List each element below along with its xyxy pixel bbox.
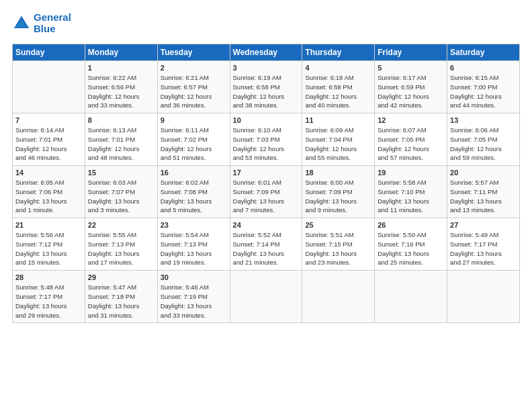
day-cell: 9Sunrise: 6:11 AMSunset: 7:02 PMDaylight… bbox=[157, 113, 230, 166]
day-info: Sunrise: 5:54 AMSunset: 7:13 PMDaylight:… bbox=[161, 230, 227, 267]
day-info: Sunrise: 6:15 AMSunset: 7:00 PMDaylight:… bbox=[450, 73, 517, 110]
week-row-1: 1Sunrise: 6:22 AMSunset: 6:56 PMDaylight… bbox=[13, 61, 520, 113]
header-cell-friday: Friday bbox=[375, 44, 447, 61]
day-number: 13 bbox=[450, 116, 517, 124]
day-cell: 6Sunrise: 6:15 AMSunset: 7:00 PMDaylight… bbox=[447, 61, 520, 113]
day-info: Sunrise: 6:02 AMSunset: 7:08 PMDaylight:… bbox=[161, 178, 227, 215]
calendar-table: SundayMondayTuesdayWednesdayThursdayFrid… bbox=[12, 44, 520, 323]
day-info: Sunrise: 6:10 AMSunset: 7:03 PMDaylight:… bbox=[233, 126, 300, 163]
day-info: Sunrise: 5:46 AMSunset: 7:19 PMDaylight:… bbox=[161, 283, 227, 320]
day-info: Sunrise: 6:09 AMSunset: 7:04 PMDaylight:… bbox=[305, 126, 371, 163]
week-row-4: 21Sunrise: 5:56 AMSunset: 7:12 PMDayligh… bbox=[13, 218, 520, 271]
day-cell: 22Sunrise: 5:55 AMSunset: 7:13 PMDayligh… bbox=[85, 218, 157, 271]
day-info: Sunrise: 5:57 AMSunset: 7:11 PMDaylight:… bbox=[450, 178, 517, 215]
day-number: 30 bbox=[161, 273, 227, 281]
day-number: 16 bbox=[161, 169, 227, 177]
day-number: 4 bbox=[305, 64, 371, 72]
logo: General Blue bbox=[12, 12, 71, 34]
day-info: Sunrise: 6:11 AMSunset: 7:02 PMDaylight:… bbox=[161, 126, 227, 163]
day-cell: 2Sunrise: 6:21 AMSunset: 6:57 PMDaylight… bbox=[157, 61, 230, 113]
day-cell: 15Sunrise: 6:03 AMSunset: 7:07 PMDayligh… bbox=[85, 166, 157, 218]
day-info: Sunrise: 6:13 AMSunset: 7:01 PMDaylight:… bbox=[88, 126, 154, 163]
day-info: Sunrise: 6:06 AMSunset: 7:05 PMDaylight:… bbox=[450, 126, 517, 163]
day-cell: 8Sunrise: 6:13 AMSunset: 7:01 PMDaylight… bbox=[85, 113, 157, 166]
day-number: 23 bbox=[161, 221, 227, 229]
day-number: 20 bbox=[450, 169, 517, 177]
day-cell: 29Sunrise: 5:47 AMSunset: 7:18 PMDayligh… bbox=[85, 271, 157, 323]
day-info: Sunrise: 6:21 AMSunset: 6:57 PMDaylight:… bbox=[161, 73, 227, 110]
day-cell: 27Sunrise: 5:49 AMSunset: 7:17 PMDayligh… bbox=[447, 218, 520, 271]
day-cell: 28Sunrise: 5:48 AMSunset: 7:17 PMDayligh… bbox=[13, 271, 85, 323]
header-cell-wednesday: Wednesday bbox=[230, 44, 302, 61]
day-cell bbox=[302, 271, 375, 323]
day-info: Sunrise: 6:00 AMSunset: 7:09 PMDaylight:… bbox=[305, 178, 371, 215]
day-cell: 23Sunrise: 5:54 AMSunset: 7:13 PMDayligh… bbox=[157, 218, 230, 271]
day-info: Sunrise: 5:52 AMSunset: 7:14 PMDaylight:… bbox=[233, 230, 300, 267]
day-info: Sunrise: 6:17 AMSunset: 6:59 PMDaylight:… bbox=[378, 73, 444, 110]
day-info: Sunrise: 6:22 AMSunset: 6:56 PMDaylight:… bbox=[88, 73, 154, 110]
day-cell: 25Sunrise: 5:51 AMSunset: 7:15 PMDayligh… bbox=[302, 218, 375, 271]
day-number: 11 bbox=[305, 116, 371, 124]
day-cell: 3Sunrise: 6:19 AMSunset: 6:58 PMDaylight… bbox=[230, 61, 302, 113]
header-cell-monday: Monday bbox=[85, 44, 157, 61]
day-number: 21 bbox=[15, 221, 82, 229]
day-number: 25 bbox=[305, 221, 371, 229]
logo-text: General Blue bbox=[34, 12, 71, 34]
header-cell-tuesday: Tuesday bbox=[157, 44, 230, 61]
day-info: Sunrise: 5:51 AMSunset: 7:15 PMDaylight:… bbox=[305, 230, 371, 267]
day-cell bbox=[13, 61, 85, 113]
header-row: SundayMondayTuesdayWednesdayThursdayFrid… bbox=[13, 44, 520, 61]
day-cell: 24Sunrise: 5:52 AMSunset: 7:14 PMDayligh… bbox=[230, 218, 302, 271]
day-info: Sunrise: 5:48 AMSunset: 7:17 PMDaylight:… bbox=[15, 283, 82, 320]
day-number: 1 bbox=[88, 64, 154, 72]
day-number: 6 bbox=[450, 64, 517, 72]
day-cell: 4Sunrise: 6:18 AMSunset: 6:58 PMDaylight… bbox=[302, 61, 375, 113]
day-info: Sunrise: 6:19 AMSunset: 6:58 PMDaylight:… bbox=[233, 73, 300, 110]
header-cell-sunday: Sunday bbox=[13, 44, 85, 61]
header-cell-saturday: Saturday bbox=[447, 44, 520, 61]
day-number: 27 bbox=[450, 221, 517, 229]
day-number: 14 bbox=[15, 169, 82, 177]
day-number: 8 bbox=[88, 116, 154, 124]
week-row-5: 28Sunrise: 5:48 AMSunset: 7:17 PMDayligh… bbox=[13, 271, 520, 323]
day-number: 15 bbox=[88, 169, 154, 177]
day-number: 2 bbox=[161, 64, 227, 72]
day-cell: 7Sunrise: 6:14 AMSunset: 7:01 PMDaylight… bbox=[13, 113, 85, 166]
day-number: 3 bbox=[233, 64, 300, 72]
day-cell: 12Sunrise: 6:07 AMSunset: 7:05 PMDayligh… bbox=[375, 113, 447, 166]
day-cell: 17Sunrise: 6:01 AMSunset: 7:09 PMDayligh… bbox=[230, 166, 302, 218]
day-info: Sunrise: 6:18 AMSunset: 6:58 PMDaylight:… bbox=[305, 73, 371, 110]
day-cell bbox=[447, 271, 520, 323]
day-info: Sunrise: 6:07 AMSunset: 7:05 PMDaylight:… bbox=[378, 126, 444, 163]
day-number: 28 bbox=[15, 273, 82, 281]
header: General Blue bbox=[12, 12, 520, 34]
day-number: 10 bbox=[233, 116, 300, 124]
day-number: 17 bbox=[233, 169, 300, 177]
day-info: Sunrise: 6:05 AMSunset: 7:06 PMDaylight:… bbox=[15, 178, 82, 215]
day-cell: 11Sunrise: 6:09 AMSunset: 7:04 PMDayligh… bbox=[302, 113, 375, 166]
day-cell bbox=[230, 271, 302, 323]
day-number: 9 bbox=[161, 116, 227, 124]
day-info: Sunrise: 6:01 AMSunset: 7:09 PMDaylight:… bbox=[233, 178, 300, 215]
logo-icon bbox=[12, 14, 31, 33]
day-number: 19 bbox=[378, 169, 444, 177]
day-info: Sunrise: 6:14 AMSunset: 7:01 PMDaylight:… bbox=[15, 126, 82, 163]
day-cell: 26Sunrise: 5:50 AMSunset: 7:16 PMDayligh… bbox=[375, 218, 447, 271]
day-number: 7 bbox=[15, 116, 82, 124]
day-cell: 18Sunrise: 6:00 AMSunset: 7:09 PMDayligh… bbox=[302, 166, 375, 218]
day-cell: 13Sunrise: 6:06 AMSunset: 7:05 PMDayligh… bbox=[447, 113, 520, 166]
week-row-2: 7Sunrise: 6:14 AMSunset: 7:01 PMDaylight… bbox=[13, 113, 520, 166]
day-cell bbox=[375, 271, 447, 323]
day-number: 24 bbox=[233, 221, 300, 229]
day-info: Sunrise: 5:50 AMSunset: 7:16 PMDaylight:… bbox=[378, 230, 444, 267]
day-number: 18 bbox=[305, 169, 371, 177]
day-cell: 21Sunrise: 5:56 AMSunset: 7:12 PMDayligh… bbox=[13, 218, 85, 271]
day-info: Sunrise: 6:03 AMSunset: 7:07 PMDaylight:… bbox=[88, 178, 154, 215]
day-number: 12 bbox=[378, 116, 444, 124]
day-number: 26 bbox=[378, 221, 444, 229]
day-number: 29 bbox=[88, 273, 154, 281]
day-info: Sunrise: 5:58 AMSunset: 7:10 PMDaylight:… bbox=[378, 178, 444, 215]
header-cell-thursday: Thursday bbox=[302, 44, 375, 61]
day-cell: 30Sunrise: 5:46 AMSunset: 7:19 PMDayligh… bbox=[157, 271, 230, 323]
day-cell: 20Sunrise: 5:57 AMSunset: 7:11 PMDayligh… bbox=[447, 166, 520, 218]
